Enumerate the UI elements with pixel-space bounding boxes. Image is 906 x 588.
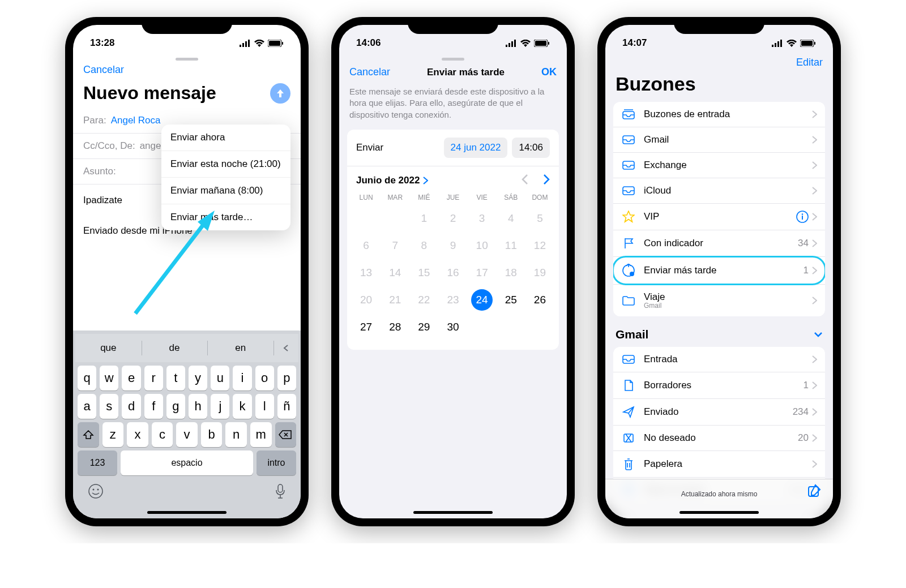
close-suggestions-icon[interactable] [273, 334, 298, 362]
calendar-day[interactable]: 30 [438, 314, 467, 341]
key-a[interactable]: a [78, 394, 96, 419]
mailbox-item[interactable]: Exchange [613, 153, 825, 178]
home-indicator[interactable] [680, 511, 759, 514]
mailbox-item[interactable]: Con indicador34 [613, 230, 825, 257]
prev-month-button[interactable] [522, 174, 528, 187]
mailbox-item[interactable]: Enviar más tarde1 [613, 257, 825, 285]
calendar-day[interactable]: 4 [497, 205, 525, 232]
num-key[interactable]: 123 [78, 450, 117, 475]
calendar-day[interactable]: 26 [525, 286, 554, 314]
key-p[interactable]: p [277, 366, 296, 390]
suggestion-3[interactable]: en [207, 334, 273, 362]
key-u[interactable]: u [211, 366, 229, 390]
calendar-day[interactable]: 10 [468, 232, 497, 259]
ok-button[interactable]: OK [541, 66, 557, 78]
section-header-gmail[interactable]: Gmail [605, 327, 833, 347]
calendar-day[interactable]: 19 [525, 259, 554, 286]
suggestion-1[interactable]: que [75, 334, 142, 362]
key-r[interactable]: r [144, 366, 163, 390]
calendar-day[interactable]: 25 [497, 286, 525, 314]
suggestion-2[interactable]: de [142, 334, 208, 362]
calendar-day[interactable]: 22 [409, 286, 438, 314]
gmail-folder-item[interactable]: Borradores1 [613, 372, 825, 399]
key-t[interactable]: t [166, 366, 185, 390]
send-now-option[interactable]: Enviar ahora [161, 125, 290, 151]
mailbox-item[interactable]: iCloud [613, 178, 825, 204]
cancel-button[interactable]: Cancelar [83, 64, 124, 76]
mic-key[interactable] [275, 483, 286, 501]
key-z[interactable]: z [102, 422, 124, 447]
calendar-day[interactable]: 5 [525, 205, 554, 232]
key-j[interactable]: j [211, 394, 229, 419]
calendar-day[interactable]: 24 [468, 286, 497, 314]
calendar-day[interactable]: 27 [352, 314, 381, 341]
send-tomorrow-option[interactable]: Enviar mañana (8:00) [161, 178, 290, 204]
calendar-day[interactable]: 21 [381, 286, 409, 314]
calendar-day[interactable]: 18 [497, 259, 525, 286]
calendar-day[interactable]: 29 [409, 314, 438, 341]
home-indicator[interactable] [147, 511, 226, 514]
calendar-day[interactable]: 1 [409, 205, 438, 232]
send-tonight-option[interactable]: Enviar esta noche (21:00) [161, 151, 290, 178]
key-l[interactable]: l [255, 394, 274, 419]
calendar-day[interactable]: 9 [438, 232, 467, 259]
key-m[interactable]: m [250, 422, 272, 447]
calendar-day[interactable]: 15 [409, 259, 438, 286]
key-f[interactable]: f [144, 394, 163, 419]
calendar-day[interactable]: 17 [468, 259, 497, 286]
mailbox-item[interactable]: VIP [613, 204, 825, 230]
key-b[interactable]: b [201, 422, 223, 447]
compose-button[interactable] [807, 483, 822, 500]
send-time-chip[interactable]: 14:06 [512, 138, 550, 158]
home-indicator[interactable] [413, 511, 493, 514]
key-ñ[interactable]: ñ [277, 394, 296, 419]
shift-key[interactable] [78, 422, 99, 447]
calendar-month-button[interactable]: Junio de 2022 [356, 175, 428, 186]
key-s[interactable]: s [100, 394, 118, 419]
backspace-key[interactable] [275, 422, 297, 447]
calendar-day[interactable]: 6 [352, 232, 381, 259]
calendar-day[interactable]: 11 [497, 232, 525, 259]
calendar-day[interactable]: 20 [352, 286, 381, 314]
calendar-day[interactable]: 23 [438, 286, 467, 314]
gmail-folder-item[interactable]: Enviado234 [613, 399, 825, 426]
calendar-day[interactable]: 28 [381, 314, 409, 341]
gmail-folder-item[interactable]: Entrada [613, 347, 825, 372]
gmail-folder-item[interactable]: No deseado20 [613, 426, 825, 451]
calendar-day[interactable]: 8 [409, 232, 438, 259]
key-g[interactable]: g [166, 394, 185, 419]
calendar-day[interactable]: 2 [438, 205, 467, 232]
gmail-folder-item[interactable]: Papelera [613, 451, 825, 478]
key-h[interactable]: h [189, 394, 207, 419]
calendar-day[interactable]: 14 [381, 259, 409, 286]
send-later-option[interactable]: Enviar más tarde… [161, 204, 290, 230]
key-e[interactable]: e [122, 366, 140, 390]
key-k[interactable]: k [233, 394, 251, 419]
calendar-day[interactable]: 16 [438, 259, 467, 286]
key-q[interactable]: q [78, 366, 96, 390]
key-v[interactable]: v [176, 422, 198, 447]
key-i[interactable]: i [233, 366, 251, 390]
key-d[interactable]: d [122, 394, 140, 419]
key-y[interactable]: y [189, 366, 207, 390]
mailbox-item[interactable]: Buzones de entrada [613, 102, 825, 127]
send-button[interactable] [270, 83, 290, 104]
emoji-key[interactable] [88, 483, 104, 501]
cancel-button[interactable]: Cancelar [349, 66, 390, 78]
key-x[interactable]: x [127, 422, 148, 447]
calendar-day[interactable]: 7 [381, 232, 409, 259]
calendar-day[interactable]: 13 [352, 259, 381, 286]
send-date-chip[interactable]: 24 jun 2022 [444, 138, 508, 158]
enter-key[interactable]: intro [257, 450, 296, 475]
key-w[interactable]: w [100, 366, 118, 390]
info-icon[interactable] [796, 211, 809, 223]
key-o[interactable]: o [255, 366, 274, 390]
edit-button[interactable]: Editar [796, 57, 823, 68]
key-n[interactable]: n [225, 422, 247, 447]
calendar-day[interactable]: 12 [525, 232, 554, 259]
calendar-day[interactable]: 3 [468, 205, 497, 232]
space-key[interactable]: espacio [121, 450, 253, 475]
next-month-button[interactable] [544, 174, 550, 187]
mailbox-item[interactable]: ViajeGmail [613, 285, 825, 316]
mailbox-item[interactable]: Gmail [613, 127, 825, 153]
